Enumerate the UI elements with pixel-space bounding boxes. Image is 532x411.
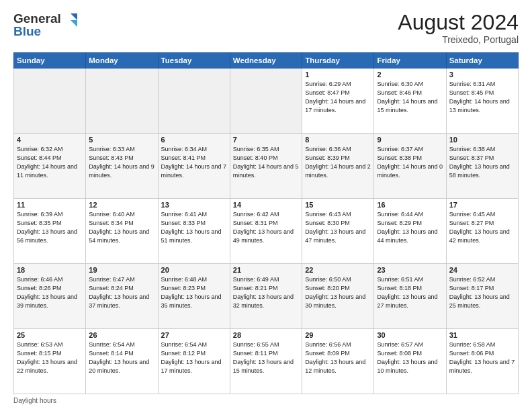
day-number: 2	[377, 71, 443, 79]
calendar-week-row: 1Sunrise: 6:29 AMSunset: 8:47 PMDaylight…	[14, 68, 519, 134]
calendar-cell: 7Sunrise: 6:35 AMSunset: 8:40 PMDaylight…	[230, 134, 302, 199]
day-number: 16	[377, 201, 443, 209]
calendar-cell: 30Sunrise: 6:57 AMSunset: 8:08 PMDayligh…	[374, 329, 446, 394]
day-number: 30	[377, 331, 443, 339]
calendar-cell: 15Sunrise: 6:43 AMSunset: 8:30 PMDayligh…	[302, 199, 374, 264]
calendar-week-row: 25Sunrise: 6:53 AMSunset: 8:15 PMDayligh…	[14, 329, 519, 394]
day-info: Sunrise: 6:49 AMSunset: 8:21 PMDaylight:…	[233, 275, 299, 310]
calendar-cell: 10Sunrise: 6:38 AMSunset: 8:37 PMDayligh…	[446, 134, 518, 199]
calendar-cell: 20Sunrise: 6:48 AMSunset: 8:23 PMDayligh…	[158, 264, 230, 329]
calendar-cell: 27Sunrise: 6:54 AMSunset: 8:12 PMDayligh…	[158, 329, 230, 394]
calendar-cell: 4Sunrise: 6:32 AMSunset: 8:44 PMDaylight…	[14, 134, 86, 199]
day-number: 18	[17, 266, 83, 274]
col-saturday: Saturday	[446, 53, 518, 68]
calendar-cell: 6Sunrise: 6:34 AMSunset: 8:41 PMDaylight…	[158, 134, 230, 199]
header: General Blue August 2024 Treixedo, Portu…	[13, 11, 519, 46]
day-info: Sunrise: 6:54 AMSunset: 8:14 PMDaylight:…	[89, 340, 154, 375]
day-number: 8	[305, 136, 371, 144]
calendar-cell: 9Sunrise: 6:37 AMSunset: 8:38 PMDaylight…	[374, 134, 446, 199]
logo: General Blue	[13, 11, 81, 46]
day-info: Sunrise: 6:38 AMSunset: 8:37 PMDaylight:…	[449, 145, 515, 180]
calendar-cell: 25Sunrise: 6:53 AMSunset: 8:15 PMDayligh…	[14, 329, 86, 394]
calendar-cell: 8Sunrise: 6:36 AMSunset: 8:39 PMDaylight…	[302, 134, 374, 199]
col-monday: Monday	[86, 53, 158, 68]
day-number: 5	[89, 136, 154, 144]
day-number: 6	[161, 136, 227, 144]
footer-note: Daylight hours	[13, 397, 519, 404]
day-info: Sunrise: 6:40 AMSunset: 8:34 PMDaylight:…	[89, 210, 154, 245]
day-info: Sunrise: 6:36 AMSunset: 8:39 PMDaylight:…	[305, 145, 371, 180]
calendar-cell: 26Sunrise: 6:54 AMSunset: 8:14 PMDayligh…	[86, 329, 158, 394]
calendar-cell: 3Sunrise: 6:31 AMSunset: 8:45 PMDaylight…	[446, 68, 518, 134]
day-info: Sunrise: 6:32 AMSunset: 8:44 PMDaylight:…	[17, 145, 83, 180]
day-info: Sunrise: 6:42 AMSunset: 8:31 PMDaylight:…	[233, 210, 299, 245]
calendar-cell: 2Sunrise: 6:30 AMSunset: 8:46 PMDaylight…	[374, 68, 446, 134]
day-info: Sunrise: 6:33 AMSunset: 8:43 PMDaylight:…	[89, 145, 154, 180]
day-info: Sunrise: 6:58 AMSunset: 8:06 PMDaylight:…	[449, 340, 515, 375]
day-info: Sunrise: 6:53 AMSunset: 8:15 PMDaylight:…	[17, 340, 83, 375]
calendar-table: Sunday Monday Tuesday Wednesday Thursday…	[13, 52, 519, 394]
calendar-cell: 11Sunrise: 6:39 AMSunset: 8:35 PMDayligh…	[14, 199, 86, 264]
day-number: 26	[89, 331, 154, 339]
day-info: Sunrise: 6:37 AMSunset: 8:38 PMDaylight:…	[377, 145, 443, 180]
day-number: 23	[377, 266, 443, 274]
day-number: 27	[161, 331, 227, 339]
calendar-cell: 5Sunrise: 6:33 AMSunset: 8:43 PMDaylight…	[86, 134, 158, 199]
day-info: Sunrise: 6:50 AMSunset: 8:20 PMDaylight:…	[305, 275, 371, 310]
day-number: 24	[449, 266, 515, 274]
day-number: 4	[17, 136, 83, 144]
day-info: Sunrise: 6:55 AMSunset: 8:11 PMDaylight:…	[233, 340, 299, 375]
day-info: Sunrise: 6:29 AMSunset: 8:47 PMDaylight:…	[305, 80, 371, 115]
day-info: Sunrise: 6:57 AMSunset: 8:08 PMDaylight:…	[377, 340, 443, 375]
day-number: 25	[17, 331, 83, 339]
day-info: Sunrise: 6:52 AMSunset: 8:17 PMDaylight:…	[449, 275, 515, 310]
day-number: 11	[17, 201, 83, 209]
day-number: 31	[449, 331, 515, 339]
day-info: Sunrise: 6:34 AMSunset: 8:41 PMDaylight:…	[161, 145, 227, 180]
day-info: Sunrise: 6:43 AMSunset: 8:30 PMDaylight:…	[305, 210, 371, 245]
calendar-cell: 28Sunrise: 6:55 AMSunset: 8:11 PMDayligh…	[230, 329, 302, 394]
svg-marker-2	[71, 13, 77, 20]
day-info: Sunrise: 6:39 AMSunset: 8:35 PMDaylight:…	[17, 210, 83, 245]
day-info: Sunrise: 6:44 AMSunset: 8:29 PMDaylight:…	[377, 210, 443, 245]
col-sunday: Sunday	[14, 53, 86, 68]
day-info: Sunrise: 6:30 AMSunset: 8:46 PMDaylight:…	[377, 80, 443, 115]
day-info: Sunrise: 6:48 AMSunset: 8:23 PMDaylight:…	[161, 275, 227, 310]
calendar-cell: 17Sunrise: 6:45 AMSunset: 8:27 PMDayligh…	[446, 199, 518, 264]
day-number: 3	[449, 71, 515, 79]
day-info: Sunrise: 6:45 AMSunset: 8:27 PMDaylight:…	[449, 210, 515, 245]
calendar-header-row: Sunday Monday Tuesday Wednesday Thursday…	[14, 53, 519, 68]
day-number: 9	[377, 136, 443, 144]
calendar-cell: 12Sunrise: 6:40 AMSunset: 8:34 PMDayligh…	[86, 199, 158, 264]
day-info: Sunrise: 6:54 AMSunset: 8:12 PMDaylight:…	[161, 340, 227, 375]
day-number: 28	[233, 331, 299, 339]
calendar-cell: 19Sunrise: 6:47 AMSunset: 8:24 PMDayligh…	[86, 264, 158, 329]
svg-text:General: General	[13, 11, 61, 26]
day-info: Sunrise: 6:35 AMSunset: 8:40 PMDaylight:…	[233, 145, 299, 180]
day-number: 12	[89, 201, 154, 209]
calendar-cell: 24Sunrise: 6:52 AMSunset: 8:17 PMDayligh…	[446, 264, 518, 329]
col-wednesday: Wednesday	[230, 53, 302, 68]
calendar-cell: 23Sunrise: 6:51 AMSunset: 8:18 PMDayligh…	[374, 264, 446, 329]
day-number: 19	[89, 266, 154, 274]
calendar-cell	[86, 68, 158, 134]
calendar-cell: 22Sunrise: 6:50 AMSunset: 8:20 PMDayligh…	[302, 264, 374, 329]
day-info: Sunrise: 6:51 AMSunset: 8:18 PMDaylight:…	[377, 275, 443, 310]
calendar-cell	[14, 68, 86, 134]
logo-svg: General Blue	[13, 11, 81, 46]
col-thursday: Thursday	[302, 53, 374, 68]
day-info: Sunrise: 6:47 AMSunset: 8:24 PMDaylight:…	[89, 275, 154, 310]
calendar-cell	[158, 68, 230, 134]
calendar-week-row: 4Sunrise: 6:32 AMSunset: 8:44 PMDaylight…	[14, 134, 519, 199]
day-info: Sunrise: 6:31 AMSunset: 8:45 PMDaylight:…	[449, 80, 515, 115]
calendar-cell: 13Sunrise: 6:41 AMSunset: 8:33 PMDayligh…	[158, 199, 230, 264]
month-year: August 2024	[398, 11, 519, 34]
calendar-cell	[230, 68, 302, 134]
calendar-cell: 14Sunrise: 6:42 AMSunset: 8:31 PMDayligh…	[230, 199, 302, 264]
day-number: 21	[233, 266, 299, 274]
day-number: 22	[305, 266, 371, 274]
day-info: Sunrise: 6:46 AMSunset: 8:26 PMDaylight:…	[17, 275, 83, 310]
day-number: 20	[161, 266, 227, 274]
day-number: 15	[305, 201, 371, 209]
day-number: 10	[449, 136, 515, 144]
